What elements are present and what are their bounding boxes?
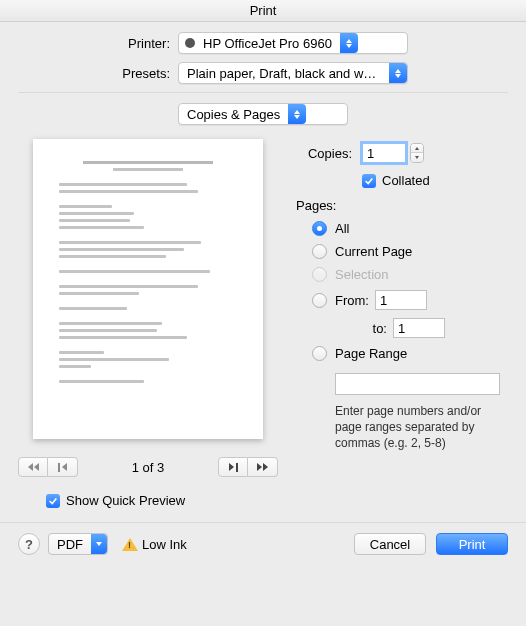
pages-selection-radio [312,267,327,282]
pages-range-label: Page Range [335,346,407,361]
window-title: Print [0,0,526,22]
pages-all-label: All [335,221,349,236]
next-page-button[interactable] [218,457,248,477]
print-button[interactable]: Print [436,533,508,555]
collated-checkbox[interactable] [362,174,376,188]
copies-input[interactable] [362,143,406,163]
prev-page-button[interactable] [48,457,78,477]
section-select[interactable]: Copies & Pages [178,103,348,125]
copies-stepper[interactable] [410,143,424,163]
printer-label: Printer: [18,36,178,51]
cancel-button[interactable]: Cancel [354,533,426,555]
chevron-updown-icon [340,33,358,53]
pages-current-label: Current Page [335,244,412,259]
copies-label: Copies: [296,146,362,161]
pages-heading: Pages: [296,198,508,213]
printer-status-icon [185,38,195,48]
chevron-updown-icon [288,104,306,124]
page-indicator: 1 of 3 [132,460,165,475]
printer-select[interactable]: HP OfficeJet Pro 6960 [178,32,408,54]
pages-selection-label: Selection [335,267,388,282]
from-input[interactable] [375,290,427,310]
preview-page [33,139,263,439]
first-page-button[interactable] [18,457,48,477]
show-quick-preview-checkbox[interactable] [46,494,60,508]
pdf-menu-button[interactable]: PDF [48,533,108,555]
chevron-down-icon [91,534,107,554]
pages-current-radio[interactable] [312,244,327,259]
check-icon [48,496,58,506]
presets-label: Presets: [18,66,178,81]
printer-status-text: Low Ink [142,537,187,552]
to-input[interactable] [393,318,445,338]
collated-label: Collated [382,173,430,188]
from-label: From: [335,293,369,308]
last-page-button[interactable] [248,457,278,477]
check-icon [364,176,374,186]
help-button[interactable]: ? [18,533,40,555]
show-quick-preview-label: Show Quick Preview [66,493,185,508]
presets-select[interactable]: Plain paper, Draft, black and white [178,62,408,84]
pages-from-radio[interactable] [312,293,327,308]
divider [18,92,508,93]
pages-range-radio[interactable] [312,346,327,361]
to-label: to: [355,321,387,336]
pages-all-radio[interactable] [312,221,327,236]
page-range-input[interactable] [335,373,500,395]
divider [0,522,526,523]
warning-icon [122,538,138,551]
page-range-hint: Enter page numbers and/or page ranges se… [335,403,505,452]
chevron-updown-icon [389,63,407,83]
